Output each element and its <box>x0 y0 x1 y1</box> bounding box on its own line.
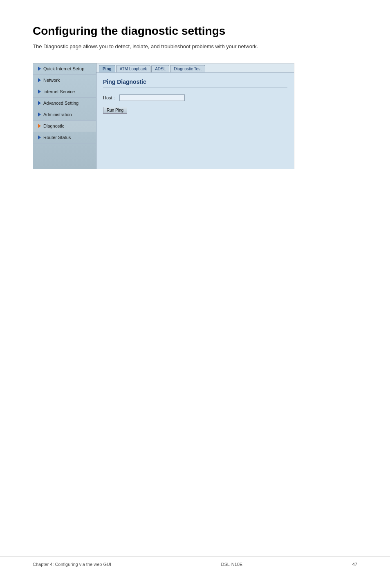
sidebar-item-label: Quick Internet Setup <box>43 66 84 71</box>
arrow-right-icon <box>38 67 41 71</box>
sidebar-item-label: Router Status <box>43 135 71 140</box>
tab-diagnostic-test[interactable]: Diagnostic Test <box>170 65 205 72</box>
page-description: The Diagnostic page allows you to detect… <box>33 43 278 51</box>
sidebar-item-label: Advanced Setting <box>43 101 78 105</box>
run-ping-button[interactable]: Run Ping <box>103 107 127 114</box>
sidebar-item-administration[interactable]: Administration <box>33 109 96 121</box>
sidebar-item-quick-internet-setup[interactable]: Quick Internet Setup <box>33 63 96 75</box>
arrow-right-icon <box>38 112 41 117</box>
sidebar-item-label: Network <box>43 78 60 83</box>
sidebar-item-router-status[interactable]: Router Status <box>33 132 96 144</box>
arrow-right-icon <box>38 135 41 139</box>
router-panel: Quick Internet Setup Network Internet Se… <box>33 63 294 169</box>
host-label: Host : <box>103 95 116 100</box>
sidebar-item-label: Administration <box>43 112 72 117</box>
footer-product: DSL-N10E <box>221 562 243 567</box>
main-content: Ping ATM Loopback ADSL Diagnostic Test P… <box>96 63 294 169</box>
tab-ping[interactable]: Ping <box>99 65 115 72</box>
page-footer: Chapter 4: Configuring via the web GUI D… <box>0 557 390 572</box>
footer-chapter: Chapter 4: Configuring via the web GUI <box>33 562 111 567</box>
sidebar: Quick Internet Setup Network Internet Se… <box>33 63 96 169</box>
tab-atm-loopback[interactable]: ATM Loopback <box>116 65 151 72</box>
sidebar-item-advanced-setting[interactable]: Advanced Setting <box>33 98 96 109</box>
sidebar-item-internet-service[interactable]: Internet Service <box>33 86 96 98</box>
sidebar-item-diagnostic[interactable]: Diagnostic <box>33 121 96 132</box>
arrow-orange-icon <box>38 124 41 128</box>
host-input[interactable] <box>119 94 185 101</box>
arrow-right-icon <box>38 90 41 94</box>
footer-page-number: 47 <box>352 562 357 567</box>
sidebar-item-label: Internet Service <box>43 89 75 94</box>
tabs-bar: Ping ATM Loopback ADSL Diagnostic Test <box>96 63 294 73</box>
arrow-right-icon <box>38 101 41 105</box>
page-title: Configuring the diagnostic settings <box>33 25 357 38</box>
sidebar-item-network[interactable]: Network <box>33 75 96 86</box>
ping-content-panel: Ping Diagnostic Host : Run Ping <box>96 73 294 169</box>
section-title: Ping Diagnostic <box>103 79 287 88</box>
sidebar-item-label: Diagnostic <box>43 123 64 128</box>
tab-adsl[interactable]: ADSL <box>151 65 169 72</box>
host-form-row: Host : <box>103 94 287 101</box>
arrow-right-icon <box>38 78 41 82</box>
